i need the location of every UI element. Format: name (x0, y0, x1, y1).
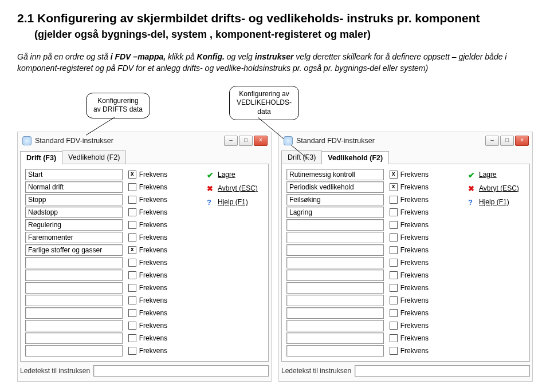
save-button[interactable]: Lagre (207, 169, 235, 180)
text-field[interactable] (25, 332, 123, 344)
text-field[interactable] (25, 270, 123, 281)
callout-text: Konfigurering (93, 97, 143, 106)
frekvens-checkbox[interactable] (390, 284, 398, 292)
text-field[interactable] (286, 219, 384, 231)
close-button[interactable]: × (515, 136, 529, 146)
text-field[interactable]: Periodisk vedlikehold (286, 181, 384, 193)
tab-vedlikehold[interactable]: Vedlikehold (F2) (321, 151, 389, 164)
text-field[interactable]: Lagring (286, 207, 384, 218)
close-button[interactable]: × (254, 136, 268, 146)
frekvens-checkbox[interactable] (128, 334, 136, 342)
frekvens-checkbox[interactable] (128, 309, 136, 317)
text-field[interactable]: Nødstopp (25, 207, 123, 218)
frekvens-checkbox[interactable] (390, 196, 398, 204)
maximize-button[interactable]: □ (500, 136, 514, 146)
text-field[interactable] (286, 345, 384, 357)
tab-bar: Drift (F3) Vedlikehold (F2) (20, 151, 269, 164)
text-field[interactable] (286, 270, 384, 281)
intro-text: instrukser (255, 52, 296, 61)
text-field[interactable]: Regulering (25, 219, 123, 231)
titlebar: Standard FDV-instrukser – □ × (20, 134, 269, 147)
frekvens-label: Frekvens (400, 334, 429, 342)
frekvens-checkbox[interactable] (390, 259, 398, 267)
text-field[interactable] (286, 244, 384, 256)
field-column: Rutinemessig kontrollPeriodisk vedlikeho… (286, 169, 384, 357)
frekvens-checkbox[interactable] (128, 271, 136, 279)
footer-row: Ledetekst til instruksen (20, 365, 269, 377)
frekvens-checkbox[interactable] (128, 221, 136, 229)
text-field[interactable] (286, 320, 384, 331)
text-field[interactable] (25, 307, 123, 319)
frekvens-row: Frekvens (390, 219, 462, 231)
frekvens-checkbox[interactable] (128, 259, 136, 267)
frekvens-label: Frekvens (400, 322, 429, 330)
frekvens-checkbox[interactable]: x (128, 171, 136, 179)
frekvens-label: Frekvens (400, 347, 429, 355)
frekvens-row: Frekvens (128, 332, 201, 344)
frekvens-checkbox[interactable] (390, 246, 398, 254)
text-field[interactable] (25, 320, 123, 331)
frekvens-checkbox[interactable] (128, 347, 136, 355)
footer-field[interactable] (355, 365, 530, 377)
callout-vedlikehold: Konfigurering av VEDLIKEHOLDS- data (229, 86, 299, 121)
frekvens-checkbox[interactable] (128, 322, 136, 330)
text-field[interactable]: Farlige stoffer og gasser (25, 244, 123, 256)
frekvens-checkbox[interactable] (128, 196, 136, 204)
minimize-button[interactable]: – (224, 136, 238, 146)
cancel-button[interactable]: Avbryt (ESC) (468, 183, 519, 194)
text-field[interactable] (286, 332, 384, 344)
frekvens-label: Frekvens (139, 322, 167, 330)
minimize-button[interactable]: – (485, 136, 499, 146)
text-field[interactable]: Stopp (25, 194, 123, 205)
frekvens-checkbox[interactable]: x (390, 171, 398, 179)
frekvens-row: Frekvens (390, 257, 462, 268)
frekvens-checkbox[interactable] (390, 296, 398, 304)
frekvens-checkbox[interactable] (128, 183, 136, 191)
frekvens-checkbox[interactable] (390, 208, 398, 216)
frekvens-checkbox[interactable] (390, 271, 398, 279)
tab-drift[interactable]: Drift (F3) (20, 151, 62, 164)
frekvens-checkbox[interactable] (128, 296, 136, 304)
frekvens-checkbox[interactable] (390, 334, 398, 342)
tab-drift[interactable]: Drift (F3) (281, 151, 322, 164)
help-button[interactable]: Hjelp (F1) (207, 196, 248, 208)
text-field[interactable] (25, 257, 123, 268)
frekvens-row: Frekvens (128, 270, 201, 281)
text-field[interactable] (286, 257, 384, 268)
frekvens-row: Frekvens (390, 244, 462, 256)
tab-vedlikehold[interactable]: Vedlikehold (F2) (62, 151, 126, 164)
cancel-label: Avbryt (ESC) (218, 184, 258, 192)
frekvens-checkbox[interactable] (128, 208, 136, 216)
frekvens-checkbox[interactable] (390, 347, 398, 355)
text-field[interactable]: Faremomenter (25, 232, 123, 243)
frekvens-row: Frekvens (390, 295, 462, 306)
cancel-button[interactable]: Avbryt (ESC) (207, 183, 258, 194)
footer-field[interactable] (93, 365, 269, 377)
frekvens-checkbox[interactable] (390, 233, 398, 241)
text-field[interactable] (286, 307, 384, 319)
text-field[interactable]: Rutinemessig kontroll (286, 169, 384, 180)
frekvens-checkbox[interactable] (390, 221, 398, 229)
text-field[interactable] (286, 295, 384, 306)
text-field[interactable] (25, 295, 123, 306)
text-field[interactable] (286, 282, 384, 294)
maximize-button[interactable]: □ (239, 136, 253, 146)
help-button[interactable]: Hjelp (F1) (468, 196, 509, 208)
frekvens-checkbox[interactable]: x (390, 183, 398, 191)
frekvens-checkbox[interactable] (128, 284, 136, 292)
text-field[interactable]: Start (25, 169, 123, 180)
text-field[interactable] (286, 232, 384, 243)
frekvens-checkbox[interactable]: x (128, 246, 136, 254)
frekvens-column: xFrekvensFrekvensFrekvensFrekvensFrekven… (128, 169, 201, 357)
frekvens-checkbox[interactable] (390, 309, 398, 317)
text-field[interactable]: Feilsøking (286, 194, 384, 205)
frekvens-row: xFrekvens (390, 169, 462, 180)
text-field[interactable] (25, 282, 123, 294)
frekvens-checkbox[interactable] (390, 322, 398, 330)
text-field[interactable]: Normal drift (25, 181, 123, 193)
frekvens-checkbox[interactable] (128, 233, 136, 241)
tab-bar: Drift (F3) Vedlikehold (F2) (281, 151, 530, 164)
two-windows: Standard FDV-instrukser – □ × Drift (F3)… (17, 132, 533, 382)
save-button[interactable]: Lagre (468, 169, 497, 180)
text-field[interactable] (25, 345, 123, 357)
